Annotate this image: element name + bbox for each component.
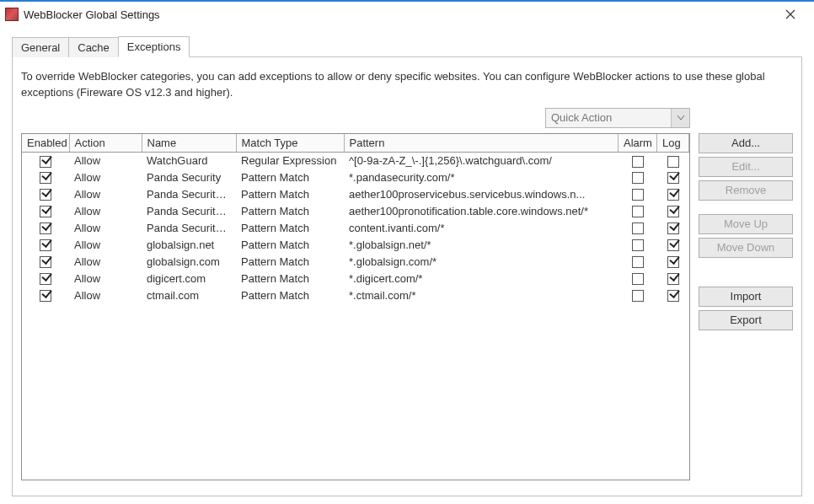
table-row[interactable]: AllowWatchGuardRegular Expression^[0-9a-… — [22, 153, 689, 169]
table-row[interactable]: AllowPanda Security ...Pattern Matchcont… — [22, 220, 689, 237]
cell-name: Panda Security ... — [142, 186, 236, 203]
alarm-checkbox[interactable] — [632, 239, 644, 251]
cell-match-type: Pattern Match — [236, 237, 344, 254]
alarm-checkbox[interactable] — [632, 172, 644, 184]
tabstrip: General Cache Exceptions — [12, 35, 802, 56]
tab-general[interactable]: General — [12, 37, 69, 57]
alarm-checkbox[interactable] — [632, 223, 644, 234]
table-row[interactable]: AllowPanda Security ...Pattern Matchaeth… — [22, 203, 689, 220]
alarm-checkbox[interactable] — [632, 290, 644, 302]
cell-name: Panda Security ... — [142, 220, 236, 237]
alarm-checkbox[interactable] — [632, 189, 644, 201]
enabled-checkbox[interactable] — [40, 290, 51, 302]
quick-action-select[interactable]: Quick Action — [545, 108, 690, 128]
cell-name: globalsign.com — [142, 254, 236, 271]
col-pattern[interactable]: Pattern — [344, 134, 619, 153]
log-checkbox[interactable] — [667, 290, 679, 302]
cell-action: Allow — [69, 287, 142, 304]
col-alarm[interactable]: Alarm — [619, 134, 657, 153]
tab-cache[interactable]: Cache — [68, 37, 119, 57]
add-button[interactable]: Add... — [699, 133, 793, 153]
alarm-checkbox[interactable] — [632, 256, 644, 268]
table-row[interactable]: Allowdigicert.comPattern Match*.digicert… — [22, 271, 689, 287]
move-up-button[interactable]: Move Up — [699, 214, 793, 234]
window-title: WebBlocker Global Settings — [24, 8, 160, 21]
edit-button[interactable]: Edit... — [699, 157, 793, 177]
cell-pattern: content.ivanti.com/* — [344, 220, 619, 237]
table-row[interactable]: AllowPanda SecurityPattern Match*.pandas… — [22, 169, 689, 186]
enabled-checkbox[interactable] — [40, 156, 51, 168]
cell-name: Panda Security ... — [142, 203, 236, 220]
enabled-checkbox[interactable] — [40, 256, 51, 268]
close-button[interactable] — [774, 3, 807, 26]
log-checkbox[interactable] — [667, 223, 679, 234]
cell-pattern: *.globalsign.com/* — [344, 254, 619, 271]
table-row[interactable]: AllowPanda Security ...Pattern Matchaeth… — [22, 186, 689, 203]
log-checkbox[interactable] — [667, 206, 679, 217]
cell-action: Allow — [69, 186, 142, 203]
alarm-checkbox[interactable] — [632, 273, 644, 285]
col-enabled[interactable]: Enabled — [22, 134, 69, 153]
cell-action: Allow — [69, 237, 142, 254]
cell-match-type: Pattern Match — [236, 220, 344, 237]
titlebar: WebBlocker Global Settings — [0, 2, 814, 27]
enabled-checkbox[interactable] — [40, 223, 51, 234]
log-checkbox[interactable] — [667, 172, 679, 184]
enabled-checkbox[interactable] — [40, 273, 51, 285]
alarm-checkbox[interactable] — [632, 206, 644, 217]
move-down-button[interactable]: Move Down — [699, 238, 793, 258]
table-row[interactable]: Allowglobalsign.comPattern Match*.global… — [22, 254, 689, 271]
log-checkbox[interactable] — [667, 156, 679, 168]
enabled-checkbox[interactable] — [40, 206, 51, 217]
close-icon — [785, 9, 795, 19]
cell-match-type: Pattern Match — [236, 186, 344, 203]
cell-pattern: ^[0-9a-zA-Z_\-.]{1,256}\.watchguard\.com… — [344, 153, 619, 169]
cell-pattern: *.digicert.com/* — [344, 271, 619, 287]
col-log[interactable]: Log — [657, 134, 689, 153]
app-icon — [5, 8, 19, 21]
quick-action-placeholder: Quick Action — [546, 111, 671, 124]
cell-match-type: Regular Expression — [236, 153, 344, 169]
tab-exceptions[interactable]: Exceptions — [118, 36, 190, 57]
table-header-row: Enabled Action Name Match Type Pattern A… — [22, 134, 689, 153]
col-name[interactable]: Name — [142, 134, 236, 153]
enabled-checkbox[interactable] — [40, 239, 51, 251]
enabled-checkbox[interactable] — [40, 189, 51, 201]
col-action[interactable]: Action — [69, 134, 142, 153]
alarm-checkbox[interactable] — [632, 156, 644, 168]
remove-button[interactable]: Remove — [699, 180, 793, 201]
col-match-type[interactable]: Match Type — [236, 134, 344, 153]
tab-panel-exceptions: To override WebBlocker categories, you c… — [12, 56, 802, 496]
export-button[interactable]: Export — [699, 310, 793, 330]
chevron-down-icon — [677, 115, 684, 121]
quick-action-dropdown-button[interactable] — [671, 109, 689, 127]
cell-match-type: Pattern Match — [236, 287, 344, 304]
cell-pattern: *.ctmail.com/* — [344, 287, 619, 304]
cell-action: Allow — [69, 203, 142, 220]
cell-match-type: Pattern Match — [236, 254, 344, 271]
cell-name: globalsign.net — [142, 237, 236, 254]
cell-match-type: Pattern Match — [236, 203, 344, 220]
log-checkbox[interactable] — [667, 256, 679, 268]
cell-action: Allow — [69, 254, 142, 271]
cell-pattern: *.pandasecurity.com/* — [344, 169, 619, 186]
cell-pattern: aether100pronotification.table.core.wind… — [344, 203, 619, 220]
cell-action: Allow — [69, 271, 142, 287]
import-button[interactable]: Import — [699, 287, 793, 307]
enabled-checkbox[interactable] — [40, 172, 51, 184]
cell-name: digicert.com — [142, 271, 236, 287]
table-row[interactable]: Allowglobalsign.netPattern Match*.global… — [22, 237, 689, 254]
cell-action: Allow — [69, 220, 142, 237]
button-column: Add... Edit... Remove Move Up Move Down … — [699, 133, 793, 330]
log-checkbox[interactable] — [667, 273, 679, 285]
cell-name: WatchGuard — [142, 153, 236, 169]
cell-match-type: Pattern Match — [236, 271, 344, 287]
cell-name: ctmail.com — [142, 287, 236, 304]
cell-name: Panda Security — [142, 169, 236, 186]
log-checkbox[interactable] — [667, 239, 679, 251]
log-checkbox[interactable] — [667, 189, 679, 201]
table-row[interactable]: Allowctmail.comPattern Match*.ctmail.com… — [22, 287, 689, 304]
cell-action: Allow — [69, 169, 142, 186]
exceptions-table: Enabled Action Name Match Type Pattern A… — [21, 133, 690, 480]
cell-pattern: *.globalsign.net/* — [344, 237, 619, 254]
